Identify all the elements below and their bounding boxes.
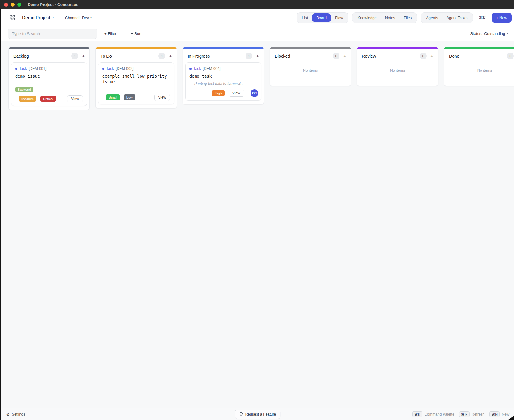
doc-tab-group: KnowledgeNotesFiles bbox=[352, 12, 417, 23]
assignee-avatar[interactable]: CC bbox=[251, 89, 258, 97]
add-card-button[interactable]: + bbox=[169, 53, 172, 59]
card-title: demo issue bbox=[15, 73, 83, 79]
add-card-button[interactable]: + bbox=[256, 53, 259, 59]
column-header: Backlog1+ bbox=[9, 49, 89, 62]
top-nav: Demo Project ▾ Channel: Dev ▾ ListBoardF… bbox=[1, 9, 514, 26]
shortcut-label: Refresh bbox=[472, 412, 485, 416]
gear-icon: ⚙ bbox=[6, 412, 10, 417]
task-card[interactable]: Task[DEM-001]demo issueBackendMediumCrit… bbox=[11, 62, 87, 106]
tab-list[interactable]: List bbox=[298, 13, 312, 22]
settings-button[interactable]: ⚙ Settings bbox=[6, 412, 25, 417]
card-badges-row: SmallLowView bbox=[102, 94, 170, 101]
task-type-label: Task bbox=[193, 67, 201, 71]
add-card-button[interactable]: + bbox=[430, 53, 433, 59]
badge-low: Low bbox=[124, 94, 135, 100]
column-title: To Do bbox=[101, 54, 112, 59]
filter-button[interactable]: + Filter bbox=[104, 31, 116, 36]
board-column-backlog: Backlog1+Task[DEM-001]demo issueBackendM… bbox=[8, 47, 90, 110]
column-title: Done bbox=[449, 54, 459, 59]
project-dropdown[interactable]: Demo Project ▾ bbox=[22, 15, 54, 20]
tab-agent-tasks[interactable]: Agent Tasks bbox=[442, 13, 472, 22]
add-card-button[interactable]: + bbox=[82, 53, 85, 59]
kanban-board: Backlog1+Task[DEM-001]demo issueBackendM… bbox=[1, 41, 514, 408]
tab-board[interactable]: Board bbox=[312, 13, 331, 22]
card-subtitle: → Printing test data to terminal... bbox=[189, 81, 257, 86]
tab-knowledge[interactable]: Knowledge bbox=[353, 13, 381, 22]
status-filter-dropdown[interactable]: Status: Outstanding ▾ bbox=[470, 31, 508, 36]
chevron-down-icon: ▾ bbox=[53, 16, 54, 19]
shortcut-new[interactable]: ⌘NNew bbox=[489, 411, 509, 417]
view-task-button[interactable]: View bbox=[154, 94, 170, 101]
app-window: Demo Project ▾ Channel: Dev ▾ ListBoardF… bbox=[1, 9, 514, 420]
project-name: Demo Project bbox=[22, 15, 50, 20]
column-header: Blocked0+ bbox=[270, 49, 351, 62]
filter-toolbar: + Filter + Sort Status: Outstanding ▾ bbox=[1, 26, 514, 41]
task-type-dot-icon bbox=[102, 68, 104, 70]
tab-notes[interactable]: Notes bbox=[381, 13, 399, 22]
column-count-badge: 1 bbox=[246, 53, 252, 59]
column-body: Task[DEM-001]demo issueBackendMediumCrit… bbox=[9, 62, 89, 110]
column-count-badge: 0 bbox=[420, 53, 427, 59]
toolbar-divider bbox=[124, 26, 124, 41]
kbd-chip: ⌘N bbox=[489, 411, 500, 417]
card-type-row: Task[DEM-002] bbox=[102, 67, 170, 71]
app-grid-icon[interactable] bbox=[8, 14, 16, 21]
column-body: No items bbox=[444, 62, 514, 86]
search-input[interactable] bbox=[8, 29, 97, 39]
card-type-row: Task[DEM-001] bbox=[15, 67, 83, 71]
card-badges-row: HighViewCC bbox=[189, 89, 257, 97]
badge-high: High bbox=[212, 90, 225, 96]
tab-flow[interactable]: Flow bbox=[331, 13, 347, 22]
task-type-dot-icon bbox=[15, 68, 17, 70]
shortcut-command-palette[interactable]: ⌘KCommand Palette bbox=[412, 411, 454, 417]
traffic-lights bbox=[4, 3, 21, 7]
card-title: example small low priority issue bbox=[102, 73, 170, 85]
tab-files[interactable]: Files bbox=[399, 13, 416, 22]
channel-label: Channel: bbox=[65, 16, 81, 20]
task-card[interactable]: Task[DEM-002]example small low priority … bbox=[98, 62, 174, 104]
column-count-badge: 0 bbox=[507, 53, 514, 59]
tab-agents[interactable]: Agents bbox=[422, 13, 442, 22]
channel-value: Dev bbox=[82, 16, 89, 20]
keyboard-shortcuts: ⌘KCommand Palette⌘RRefresh⌘NNew bbox=[412, 411, 509, 417]
board-column-in-progress: In Progress1+Task[DEM-004]demo task→ Pri… bbox=[183, 47, 264, 104]
board-column-done: Done0+No items bbox=[444, 47, 514, 86]
task-card[interactable]: Task[DEM-004]demo task→ Printing test da… bbox=[185, 62, 261, 101]
view-tab-group: ListBoardFlow bbox=[297, 12, 348, 23]
kbd-chip: ⌘R bbox=[459, 411, 470, 417]
minimize-window-button[interactable] bbox=[11, 3, 15, 7]
lightbulb-icon bbox=[239, 412, 243, 416]
column-body: No items bbox=[357, 62, 438, 86]
request-feature-button[interactable]: Request a Feature bbox=[235, 410, 281, 419]
view-task-button[interactable]: View bbox=[67, 95, 83, 102]
kbd-chip: ⌘K bbox=[412, 411, 422, 417]
column-title: Backlog bbox=[13, 54, 29, 59]
badge-critical: Critical bbox=[40, 96, 56, 102]
shortcut-refresh[interactable]: ⌘RRefresh bbox=[459, 411, 484, 417]
task-type-label: Task bbox=[19, 67, 27, 71]
tag-badge-backend: Backend bbox=[15, 87, 33, 92]
add-card-button[interactable]: + bbox=[343, 53, 346, 59]
board-column-review: Review0+No items bbox=[357, 47, 438, 86]
channel-dropdown[interactable]: Channel: Dev ▾ bbox=[65, 16, 92, 20]
chevron-down-icon: ▾ bbox=[90, 16, 92, 19]
task-type-label: Task bbox=[106, 67, 114, 71]
shortcut-label: Command Palette bbox=[425, 412, 454, 416]
window-titlebar: Demo Project - Concursus bbox=[0, 0, 514, 9]
sort-button[interactable]: + Sort bbox=[131, 31, 141, 36]
column-header: To Do1+ bbox=[96, 49, 177, 62]
zoom-window-button[interactable] bbox=[17, 3, 21, 7]
column-count-badge: 0 bbox=[333, 53, 339, 59]
agent-tab-group: AgentsAgent Tasks bbox=[421, 12, 473, 23]
chevron-down-icon: ▾ bbox=[507, 33, 508, 35]
empty-state: No items bbox=[272, 62, 348, 82]
close-window-button[interactable] bbox=[4, 3, 8, 7]
view-task-button[interactable]: View bbox=[229, 90, 244, 97]
command-k-shortcut[interactable]: ⌘K bbox=[479, 15, 486, 20]
badge-medium: Medium bbox=[19, 96, 36, 102]
column-count-badge: 1 bbox=[71, 53, 78, 59]
card-title: demo task bbox=[189, 73, 257, 79]
nav-right-section: ListBoardFlow KnowledgeNotesFiles Agents… bbox=[297, 12, 512, 23]
new-item-button[interactable]: + New bbox=[492, 13, 512, 23]
board-column-to-do: To Do1+Task[DEM-002]example small low pr… bbox=[95, 47, 177, 108]
